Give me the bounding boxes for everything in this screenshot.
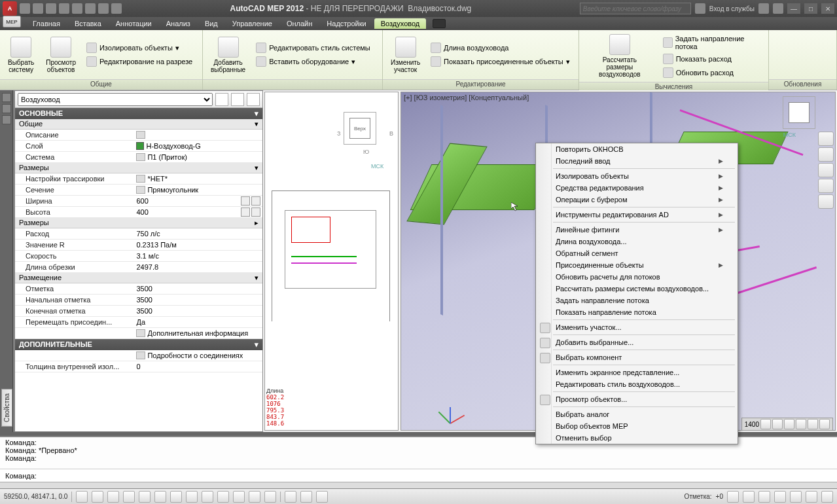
workspace-badge[interactable]: MEP [3, 16, 21, 27]
qat-undo-icon[interactable] [85, 3, 96, 14]
context-menu-item[interactable]: Изменить участок... [536, 321, 738, 333]
property-row[interactable]: Значение R0.2313 Па/м [15, 240, 262, 251]
nav-orbit-icon[interactable] [818, 179, 834, 193]
viewport-left[interactable]: Верх С З В Ю МСК Длина602.21076795.3843.… [264, 92, 399, 431]
context-menu-item[interactable]: Редактировать стиль воздуховодов... [536, 378, 738, 390]
qat-print-icon[interactable] [72, 3, 82, 14]
nav-wheel-icon[interactable] [818, 132, 834, 146]
property-row[interactable]: Высота400 [15, 207, 262, 218]
property-value[interactable]: *НЕТ* [134, 175, 262, 183]
context-menu-item[interactable]: Обновить расчеты для потоков [536, 271, 738, 283]
property-row[interactable]: Скорость3.1 м/с [15, 251, 262, 262]
palette-anchor-icon[interactable] [2, 93, 11, 102]
property-row[interactable]: СистемаП1 (Приток) [15, 152, 262, 163]
qat-redo-icon[interactable] [98, 3, 109, 14]
properties-palette-tab[interactable]: Свойства [1, 389, 12, 427]
infocenter-icon[interactable] [695, 3, 705, 14]
3dosnap-toggle[interactable] [154, 491, 166, 503]
duct-length[interactable]: Длина воздуховода [429, 42, 571, 54]
vp-visual-style-icon[interactable] [808, 419, 818, 429]
status-isolate-icon[interactable] [806, 491, 817, 503]
property-value[interactable]: 750 л/с [134, 230, 262, 238]
status-ws-icon[interactable] [758, 491, 770, 503]
qat-save-icon[interactable] [46, 3, 56, 14]
property-value[interactable]: 3500 [134, 285, 262, 293]
tab-вставка[interactable]: Вставка [68, 18, 108, 29]
qat-open-icon[interactable] [33, 3, 43, 14]
set-flow-dir[interactable]: Задать направление потока [662, 34, 763, 51]
nav-zoom-icon[interactable] [818, 163, 834, 177]
context-menu-item[interactable]: Добавить выбранные... [536, 336, 738, 348]
property-value[interactable]: 2497.8 [134, 263, 262, 271]
signin-label[interactable]: Вход в службы [709, 5, 755, 12]
help-icon[interactable] [773, 3, 783, 14]
transparency-toggle[interactable] [233, 491, 245, 503]
quick-select-icon[interactable] [215, 93, 228, 106]
tab-вид[interactable]: Вид [198, 18, 224, 29]
status-clean-screen-icon[interactable] [821, 491, 833, 503]
context-menu-item[interactable]: Просмотр объектов... [536, 393, 738, 405]
toggle-pim-icon[interactable] [247, 93, 260, 106]
lineweight-toggle[interactable] [217, 491, 229, 503]
view-objects[interactable]: Просмотробъектов [43, 35, 79, 75]
select-objects-icon[interactable] [231, 93, 244, 106]
subcategory-header[interactable]: Общие▾ [15, 119, 262, 130]
category-header[interactable]: ОСНОВНЫЕ▾ [15, 108, 262, 119]
property-row[interactable]: Настройки трассировки*НЕТ* [15, 173, 262, 185]
elevation-value[interactable]: +0 [716, 493, 723, 500]
help-search-input[interactable] [580, 3, 691, 14]
qat-more-icon[interactable] [111, 3, 122, 14]
context-menu-item[interactable]: Линейные фитинги▶ [536, 224, 738, 236]
context-menu-item[interactable]: Показать направление потока [536, 306, 738, 318]
context-menu-item[interactable]: Инструменты редактирования AD▶ [536, 209, 738, 221]
subcategory-header[interactable]: Размещение▾ [15, 273, 262, 283]
context-menu-item[interactable]: Рассчитать размеры системы воздуховодов.… [536, 283, 738, 295]
tab-онлайн[interactable]: Онлайн [280, 18, 319, 29]
property-value[interactable]: Прямоугольник [134, 186, 262, 194]
property-row[interactable]: Описание [15, 130, 262, 141]
command-input[interactable] [41, 471, 832, 480]
context-menu-item[interactable]: Обратный сегмент [536, 247, 738, 259]
vp-max-icon[interactable] [760, 419, 771, 429]
grid-toggle[interactable] [92, 491, 103, 503]
object-type-select[interactable]: Воздуховод [18, 93, 213, 106]
context-menu-item[interactable]: Выбор объектов MEP [536, 420, 738, 432]
command-resize-handle[interactable] [0, 482, 837, 488]
palette-close-icon[interactable] [2, 115, 11, 124]
context-menu-item[interactable]: Средства редактирования▶ [536, 182, 738, 194]
category-header[interactable]: ДОПОЛНИТЕЛЬНЫЕ▾ [15, 339, 262, 350]
ducs-toggle[interactable] [186, 491, 198, 503]
context-menu-item[interactable]: Последний ввод▶ [536, 155, 738, 167]
insert-equipment[interactable]: Вставить оборудование ▾ [255, 56, 372, 67]
property-row[interactable]: Ширина600 [15, 196, 262, 207]
property-value[interactable]: Н-Воздуховод-G [134, 142, 262, 150]
minimize-button[interactable]: — [787, 3, 800, 14]
property-value[interactable]: П1 (Приток) [134, 153, 262, 161]
vp-light-icon[interactable] [819, 419, 830, 429]
connections-details-button[interactable]: Подробности о соединениях [15, 350, 262, 361]
sc-toggle[interactable] [264, 491, 276, 503]
property-value[interactable]: 600 [134, 196, 262, 206]
tab-addins-icon[interactable] [433, 19, 446, 28]
viewport-label[interactable]: [+] [ЮЗ изометрия] [Концептуальный] [404, 94, 529, 101]
polar-toggle[interactable] [123, 491, 135, 503]
context-menu-item[interactable]: Выбрать компонент [536, 351, 738, 363]
property-row[interactable]: Длина обрезки2497.8 [15, 262, 262, 273]
property-value[interactable]: Да [134, 318, 262, 326]
annotation-scale[interactable]: 1400 [745, 421, 759, 428]
maximize-button[interactable]: □ [804, 3, 817, 14]
exchange-icon[interactable] [758, 3, 769, 14]
dyninput-toggle[interactable] [202, 491, 213, 503]
show-connected[interactable]: Показать присоединенные объекты ▾ [429, 56, 571, 67]
tab-анализ[interactable]: Анализ [160, 18, 197, 29]
quickview-drawings-icon[interactable] [316, 491, 328, 503]
app-menu-button[interactable]: A [3, 1, 17, 16]
property-value[interactable]: 0.2313 Па/м [134, 241, 262, 249]
property-value[interactable]: 3500 [134, 307, 262, 315]
property-value[interactable] [134, 131, 262, 139]
close-button[interactable]: ✕ [821, 3, 834, 14]
context-menu-item[interactable]: Задать направление потока [536, 295, 738, 306]
property-value[interactable]: 3500 [134, 296, 262, 304]
context-menu-item[interactable]: Отменить выбор [536, 432, 738, 444]
model-paper-toggle[interactable] [285, 491, 296, 503]
